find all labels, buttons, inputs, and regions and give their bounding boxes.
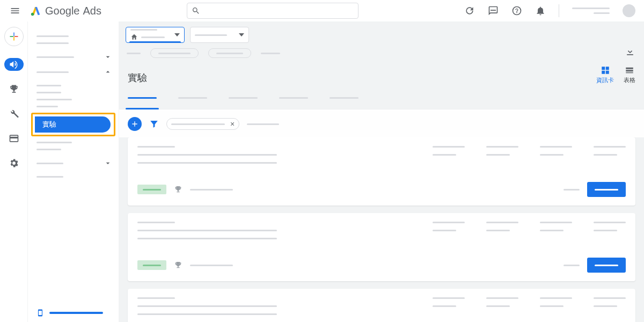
nav-subitem[interactable]	[36, 99, 72, 100]
gear-icon	[9, 158, 19, 169]
rail-tools[interactable]	[4, 107, 24, 120]
experiment-card[interactable]	[128, 289, 635, 322]
breadcrumb-item[interactable]	[127, 53, 141, 54]
main-content: 實驗 資訊卡 表格	[119, 21, 644, 322]
tab[interactable]	[279, 94, 308, 109]
megaphone-icon	[9, 59, 19, 70]
logo-text-google: Google	[45, 5, 80, 17]
add-button[interactable]	[128, 117, 142, 131]
nav-subitem[interactable]	[36, 176, 63, 178]
rail-campaigns[interactable]	[4, 58, 24, 71]
card-cta-button[interactable]	[587, 258, 626, 273]
page-title: 實驗	[128, 71, 147, 84]
nav-group-expanded[interactable]	[28, 64, 119, 79]
search-input[interactable]	[203, 7, 354, 15]
scope-row	[119, 21, 644, 43]
trophy-icon	[174, 261, 182, 269]
home-icon	[130, 33, 138, 41]
main-menu-button[interactable]	[9, 4, 21, 17]
nav-subitem[interactable]	[36, 149, 61, 150]
ads-logo-icon	[30, 5, 42, 17]
breadcrumb-item[interactable]	[261, 53, 280, 54]
breadcrumb-chip[interactable]	[208, 48, 251, 58]
search-container	[187, 3, 358, 19]
rail-goals[interactable]	[4, 83, 24, 96]
view-toggle-cards-label: 資訊卡	[596, 76, 614, 84]
help-icon[interactable]	[511, 5, 522, 16]
hamburger-icon	[10, 5, 20, 16]
filter-icon[interactable]	[149, 119, 159, 129]
tools-icon	[9, 108, 19, 119]
scope-account-chip[interactable]	[126, 27, 185, 43]
tab[interactable]	[128, 94, 157, 109]
chevron-down-icon	[104, 53, 112, 61]
breadcrumb-row	[119, 43, 644, 61]
experiment-cards-list	[119, 137, 644, 322]
download-button[interactable]	[625, 46, 635, 57]
filter-text	[247, 123, 279, 125]
chevron-down-icon	[104, 159, 112, 167]
card-icon	[9, 133, 19, 144]
rail-settings[interactable]	[4, 157, 24, 170]
divider	[559, 4, 559, 17]
cards-icon	[601, 65, 610, 75]
plus-multicolor-icon	[9, 31, 19, 42]
table-icon	[625, 65, 634, 75]
nav-highlight-container: 實驗	[31, 113, 115, 136]
status-badge	[137, 260, 166, 270]
avatar[interactable]	[623, 4, 635, 17]
experiment-card[interactable]	[128, 137, 635, 206]
nav-item[interactable]	[36, 42, 69, 44]
search-box[interactable]	[187, 3, 358, 19]
logo-text-ads: Ads	[83, 5, 101, 17]
tab[interactable]	[330, 94, 358, 109]
breadcrumb-chip[interactable]	[150, 48, 199, 58]
filter-row: ×	[119, 109, 644, 137]
view-toggle-cards[interactable]: 資訊卡	[596, 65, 614, 84]
status-badge	[137, 185, 166, 194]
account-label[interactable]	[572, 8, 610, 14]
tab[interactable]	[178, 94, 207, 109]
view-toggle-table[interactable]: 表格	[624, 65, 635, 84]
notifications-icon[interactable]	[535, 5, 546, 16]
nav-item[interactable]	[36, 35, 69, 37]
close-icon[interactable]: ×	[230, 120, 235, 128]
refresh-icon[interactable]	[464, 5, 475, 16]
side-nav: 實驗	[28, 21, 119, 322]
page-header: 實驗 資訊卡 表格	[119, 61, 644, 84]
svg-point-0	[31, 13, 34, 16]
search-icon	[192, 6, 200, 15]
experiment-card[interactable]	[128, 213, 635, 281]
left-rail	[0, 21, 28, 322]
dropdown-icon	[174, 32, 180, 38]
nav-subitem[interactable]	[36, 106, 58, 107]
nav-subitem[interactable]	[36, 92, 61, 93]
sidenav-footer[interactable]	[36, 309, 103, 317]
view-toggle-group: 資訊卡 表格	[596, 65, 635, 84]
nav-group-collapsed[interactable]	[28, 156, 119, 171]
device-icon	[36, 309, 44, 317]
app-body: 實驗	[0, 21, 644, 322]
product-logo[interactable]: Google Ads	[30, 5, 101, 17]
chevron-up-icon	[104, 68, 112, 76]
plus-icon	[130, 120, 139, 128]
view-toggle-table-label: 表格	[624, 76, 635, 84]
card-cta-button[interactable]	[587, 182, 626, 197]
nav-subitem[interactable]	[36, 142, 72, 143]
trophy-icon	[9, 84, 19, 94]
nav-item-experiments-label: 實驗	[42, 120, 56, 129]
tab[interactable]	[229, 94, 258, 109]
scope-campaign-chip[interactable]	[190, 27, 249, 43]
rail-billing[interactable]	[4, 132, 24, 145]
chat-icon[interactable]	[488, 5, 499, 16]
nav-group-collapsed[interactable]	[28, 49, 119, 64]
rail-new-button[interactable]	[4, 27, 24, 46]
nav-subitem[interactable]	[36, 85, 61, 86]
dropdown-icon	[239, 32, 244, 38]
app-header: Google Ads	[0, 0, 644, 21]
tabs	[119, 84, 644, 109]
header-actions	[464, 4, 635, 17]
nav-item-experiments[interactable]: 實驗	[35, 116, 111, 133]
filter-chip[interactable]: ×	[166, 118, 239, 130]
trophy-icon	[174, 185, 182, 194]
